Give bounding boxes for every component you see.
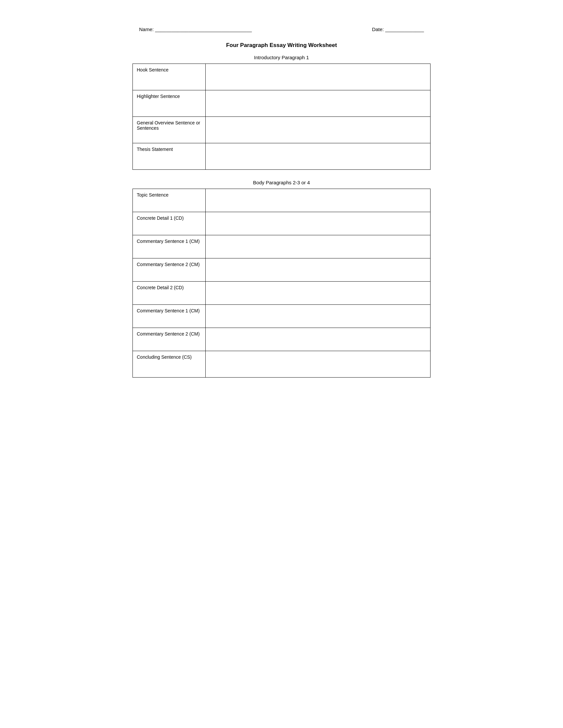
hook-sentence-input[interactable]	[206, 64, 431, 90]
main-title: Four Paragraph Essay Writing Worksheet	[132, 42, 431, 49]
table-row: Commentary Sentence 2 (CM)	[133, 258, 431, 282]
table-row: Thesis Statement	[133, 143, 431, 170]
concrete-detail-2-input[interactable]	[206, 282, 431, 305]
commentary-1a-label: Commentary Sentence 1 (CM)	[133, 235, 206, 258]
commentary-1b-label: Commentary Sentence 1 (CM)	[133, 305, 206, 328]
general-overview-label: General Overview Sentence or Sentences	[133, 117, 206, 143]
commentary-2a-input[interactable]	[206, 258, 431, 282]
commentary-1b-input[interactable]	[206, 305, 431, 328]
header: Name: __________________________________…	[132, 26, 431, 32]
table-row: Highlighter Sentence	[133, 90, 431, 117]
commentary-2a-label: Commentary Sentence 2 (CM)	[133, 258, 206, 282]
table-row: Topic Sentence	[133, 189, 431, 212]
highlighter-sentence-label: Highlighter Sentence	[133, 90, 206, 117]
concrete-detail-2-label: Concrete Detail 2 (CD)	[133, 282, 206, 305]
commentary-2b-label: Commentary Sentence 2 (CM)	[133, 328, 206, 351]
thesis-statement-input[interactable]	[206, 143, 431, 170]
general-overview-input[interactable]	[206, 117, 431, 143]
concluding-sentence-label: Concluding Sentence (CS)	[133, 351, 206, 378]
commentary-1a-input[interactable]	[206, 235, 431, 258]
date-field: Date: ______________	[372, 26, 424, 32]
concrete-detail-1-label: Concrete Detail 1 (CD)	[133, 212, 206, 235]
topic-sentence-label: Topic Sentence	[133, 189, 206, 212]
table-row: Commentary Sentence 1 (CM)	[133, 235, 431, 258]
intro-table: Hook Sentence Highlighter Sentence Gener…	[132, 64, 431, 170]
topic-sentence-input[interactable]	[206, 189, 431, 212]
thesis-statement-label: Thesis Statement	[133, 143, 206, 170]
table-row: Concrete Detail 2 (CD)	[133, 282, 431, 305]
table-row: Concluding Sentence (CS)	[133, 351, 431, 378]
intro-section-title: Introductory Paragraph 1	[132, 55, 431, 60]
table-row: Commentary Sentence 1 (CM)	[133, 305, 431, 328]
table-row: Hook Sentence	[133, 64, 431, 90]
body-section-title: Body Paragraphs 2-3 or 4	[132, 180, 431, 185]
table-row: Commentary Sentence 2 (CM)	[133, 328, 431, 351]
concluding-sentence-input[interactable]	[206, 351, 431, 378]
commentary-2b-input[interactable]	[206, 328, 431, 351]
table-row: General Overview Sentence or Sentences	[133, 117, 431, 143]
hook-sentence-label: Hook Sentence	[133, 64, 206, 90]
concrete-detail-1-input[interactable]	[206, 212, 431, 235]
body-table: Topic Sentence Concrete Detail 1 (CD) Co…	[132, 189, 431, 378]
table-row: Concrete Detail 1 (CD)	[133, 212, 431, 235]
highlighter-sentence-input[interactable]	[206, 90, 431, 117]
name-field: Name: __________________________________…	[139, 26, 252, 32]
